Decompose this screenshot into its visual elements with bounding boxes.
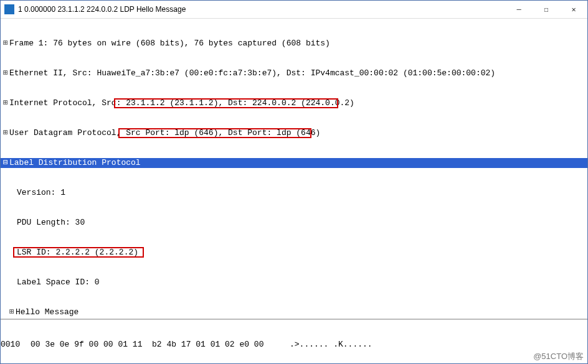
app-icon (4, 4, 14, 14)
expand-icon[interactable]: ⊞ (2, 39, 9, 49)
tree-text: Label Space ID: 0 (17, 278, 100, 287)
expand-icon[interactable]: ⊞ (2, 68, 9, 78)
hex-bytes: 00 3e 0e 9f 00 00 01 11 b2 4b 17 01 01 0… (31, 340, 263, 349)
packet-details-tree[interactable]: ⊞Frame 1: 76 bytes on wire (608 bits), 7… (1, 19, 587, 319)
tree-text: Ethernet II, Src: HuaweiTe_a7:3b:e7 (00:… (9, 68, 495, 78)
app-window: 1 0.000000 23.1.1.2 224.0.0.2 LDP Hello … (0, 0, 588, 364)
tree-text: LSR ID: 2.2.2.2 (2.2.2.2) (17, 248, 138, 258)
watermark-text: @51CTO博客 (533, 351, 584, 362)
tree-row-pdu[interactable]: PDU Length: 30 (1, 218, 587, 228)
title-bar[interactable]: 1 0.000000 23.1.1.2 224.0.0.2 LDP Hello … (1, 1, 587, 19)
tree-text: Label Distribution Protocol (9, 158, 141, 168)
tree-row-frame[interactable]: ⊞Frame 1: 76 bytes on wire (608 bits), 7… (1, 39, 587, 49)
close-button[interactable]: ✕ (560, 1, 587, 18)
tree-row-udp[interactable]: ⊞User Datagram Protocol, Src Port: ldp (… (1, 128, 587, 138)
maximize-button[interactable]: ☐ (533, 1, 560, 18)
tree-text-a: User Datagram Protocol, (9, 128, 126, 138)
tree-row-ldp[interactable]: ⊟Label Distribution Protocol (1, 158, 587, 168)
hex-offset: 0010 (1, 340, 31, 350)
tree-row-lsr[interactable]: LSR ID: 2.2.2.2 (2.2.2.2) (1, 248, 587, 258)
hex-ascii: .>...... .K...... (290, 340, 372, 349)
tree-text-b: 23.1.1.2 (23.1.1.2), (126, 98, 228, 108)
tree-text-b: Src Port: ldp (646), Dst Port: ldp (646) (126, 128, 320, 138)
content-panes: ⊞Frame 1: 76 bytes on wire (608 bits), 7… (1, 19, 587, 363)
tree-row-version[interactable]: Version: 1 (1, 188, 587, 198)
tree-text-a: Internet Protocol, Src: (9, 98, 126, 108)
tree-text: Frame 1: 76 bytes on wire (608 bits), 76… (9, 39, 330, 49)
minimize-button[interactable]: — (505, 1, 533, 18)
tree-row-ip[interactable]: ⊞Internet Protocol, Src: 23.1.1.2 (23.1.… (1, 98, 587, 108)
tree-text: Version: 1 (17, 188, 65, 198)
collapse-icon[interactable]: ⊟ (2, 158, 9, 168)
expand-icon[interactable]: ⊞ (2, 128, 9, 138)
tree-text: PDU Length: 30 (17, 218, 85, 228)
expand-icon[interactable]: ⊞ (8, 307, 16, 317)
tree-row-label-space[interactable]: Label Space ID: 0 (1, 278, 587, 287)
tree-text-c: Dst: 224.0.0.2 (224.0.0.2) (228, 98, 354, 108)
window-buttons: — ☐ ✕ (505, 1, 587, 18)
tree-row-ethernet[interactable]: ⊞Ethernet II, Src: HuaweiTe_a7:3b:e7 (00… (1, 68, 587, 78)
tree-row-hello[interactable]: ⊞Hello Message (1, 307, 587, 317)
hex-line[interactable]: 0010 00 3e 0e 9f 00 00 01 11 b2 4b 17 01… (1, 340, 587, 350)
tree-text: Hello Message (16, 307, 78, 317)
window-title: 1 0.000000 23.1.1.2 224.0.0.2 LDP Hello … (18, 5, 505, 14)
expand-icon[interactable]: ⊞ (2, 98, 9, 108)
packet-bytes-pane[interactable]: 0010 00 3e 0e 9f 00 00 01 11 b2 4b 17 01… (1, 319, 587, 363)
